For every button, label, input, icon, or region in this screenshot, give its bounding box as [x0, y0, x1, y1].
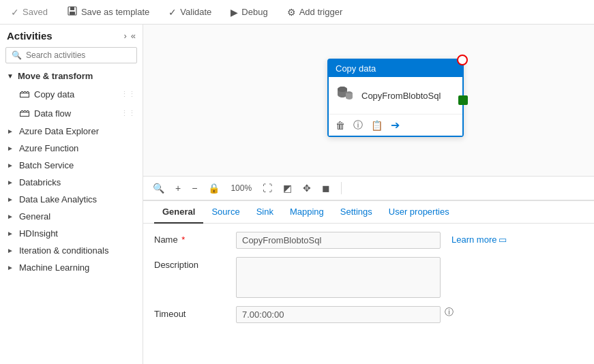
drag-handle-2: ⋮⋮ — [121, 109, 136, 118]
sidebar-item-data-lake-analytics[interactable]: ► Data Lake Analytics — [0, 191, 143, 208]
tab-sink[interactable]: Sink — [248, 201, 282, 224]
canvas-minus-tool[interactable]: − — [189, 181, 200, 196]
save-template-icon — [67, 5, 78, 18]
properties-content: Name * Learn more ▭ Description — [143, 224, 594, 364]
hdinsight-label: HDInsight — [19, 228, 58, 239]
description-field-input[interactable] — [236, 257, 441, 298]
pin-icon[interactable]: « — [131, 31, 136, 41]
name-field-label: Name * — [154, 232, 236, 245]
activity-node-actions: 🗑 ⓘ 📋 ➔ — [329, 114, 462, 136]
saved-status: ✓ Saved — [7, 4, 52, 20]
add-trigger-icon: ⚙ — [287, 7, 296, 18]
timeout-info-icon[interactable]: ⓘ — [445, 306, 454, 318]
add-trigger-button[interactable]: ⚙ Add trigger — [283, 4, 347, 20]
activity-node-name: CopyFromBlobtoSql — [361, 91, 441, 101]
sidebar: Activities › « 🔍 ▼ Move & transform 🗃 Co… — [0, 25, 143, 364]
svg-point-4 — [338, 87, 347, 92]
sidebar-item-azure-function[interactable]: ► Azure Function — [0, 140, 143, 157]
databricks-label: Databricks — [19, 177, 61, 187]
batch-service-arrow: ► — [7, 162, 14, 169]
data-flow-label: Data flow — [34, 108, 71, 119]
canvas-select-tool[interactable]: ◩ — [280, 181, 295, 196]
sidebar-title: Activities — [7, 30, 53, 42]
canvas-search-tool[interactable]: 🔍 — [150, 181, 167, 196]
name-field-row: Name * Learn more ▭ — [154, 232, 583, 249]
search-box: 🔍 — [5, 47, 137, 63]
sidebar-item-databricks[interactable]: ► Databricks — [0, 174, 143, 191]
node-success-indicator — [458, 95, 468, 105]
machine-learning-label: Machine Learning — [19, 262, 89, 273]
learn-more-icon: ▭ — [499, 234, 507, 245]
sidebar-item-machine-learning[interactable]: ► Machine Learning — [0, 259, 143, 276]
sidebar-header-controls: › « — [123, 31, 136, 41]
canvas-zoom-label: 100% — [228, 181, 254, 195]
top-toolbar: ✓ Saved Save as template ✓ Validate ▶ De… — [0, 0, 594, 25]
learn-more-link[interactable]: Learn more ▭ — [451, 232, 507, 245]
data-lake-arrow: ► — [7, 196, 14, 203]
activity-node-body: CopyFromBlobtoSql — [329, 77, 462, 114]
node-error-indicator — [457, 55, 468, 65]
delete-node-button[interactable]: 🗑 — [336, 120, 345, 131]
canvas-add-tool[interactable]: + — [173, 181, 183, 196]
azure-function-label: Azure Function — [19, 143, 78, 153]
general-label: General — [19, 211, 50, 222]
info-node-button[interactable]: ⓘ — [353, 119, 363, 132]
description-field-row: Description — [154, 257, 583, 298]
azure-explorer-arrow: ► — [7, 127, 14, 135]
tab-source[interactable]: Source — [203, 201, 248, 224]
tab-user-properties[interactable]: User properties — [381, 201, 458, 224]
tab-settings[interactable]: Settings — [332, 201, 381, 224]
move-transform-arrow: ▼ — [7, 72, 14, 80]
connect-node-button[interactable]: ➔ — [391, 119, 400, 132]
sidebar-item-copy-data[interactable]: 🗃 Copy data ⋮⋮ — [0, 85, 143, 104]
general-arrow: ► — [7, 213, 14, 220]
name-required-marker: * — [181, 234, 185, 245]
sidebar-item-hdinsight[interactable]: ► HDInsight — [0, 225, 143, 242]
svg-rect-1 — [70, 7, 74, 10]
properties-panel: General Source Sink Mapping Settings Use… — [143, 200, 594, 364]
copy-node-button[interactable]: 📋 — [371, 120, 383, 131]
sidebar-item-move-transform[interactable]: ▼ Move & transform — [0, 67, 143, 85]
sidebar-item-azure-data-explorer[interactable]: ► Azure Data Explorer — [0, 123, 143, 140]
debug-icon: ▶ — [231, 7, 238, 18]
canvas-layout-tool[interactable]: ◼ — [319, 181, 333, 196]
search-input[interactable] — [26, 50, 131, 60]
azure-function-arrow: ► — [7, 145, 14, 152]
canvas-arrange-tool[interactable]: ✥ — [300, 181, 314, 196]
debug-button[interactable]: ▶ Debug — [226, 4, 271, 20]
save-template-button[interactable]: Save as template — [63, 3, 153, 21]
azure-explorer-label: Azure Data Explorer — [19, 126, 99, 136]
copy-data-label: Copy data — [34, 89, 74, 100]
validate-icon: ✓ — [168, 7, 177, 18]
data-flow-icon: 🗃 — [19, 107, 30, 119]
saved-icon: ✓ — [11, 7, 19, 18]
canvas-area: Copy data CopyFromBlobtoSql 🗑 ⓘ 📋 ➔ 🔍 — [143, 25, 594, 364]
sidebar-content: ▼ Move & transform 🗃 Copy data ⋮⋮ 🗃 Data… — [0, 67, 143, 364]
validate-button[interactable]: ✓ Validate — [164, 4, 216, 20]
activity-node-copy-data[interactable]: Copy data CopyFromBlobtoSql 🗑 ⓘ 📋 ➔ — [327, 59, 464, 137]
canvas-toolbar-divider — [341, 182, 342, 194]
sidebar-item-batch-service[interactable]: ► Batch Service — [0, 157, 143, 174]
sidebar-item-iteration-conditionals[interactable]: ► Iteration & conditionals — [0, 242, 143, 259]
main-layout: Activities › « 🔍 ▼ Move & transform 🗃 Co… — [0, 25, 594, 364]
sidebar-item-data-flow[interactable]: 🗃 Data flow ⋮⋮ — [0, 104, 143, 123]
collapse-icon[interactable]: › — [123, 31, 126, 41]
activity-node-header: Copy data — [329, 60, 462, 77]
name-field-input[interactable] — [236, 232, 441, 249]
copy-data-icon: 🗃 — [19, 88, 30, 100]
tab-mapping[interactable]: Mapping — [282, 201, 332, 224]
timeout-field-input[interactable] — [236, 306, 441, 323]
copy-data-node-icon — [336, 84, 355, 107]
properties-tabs: General Source Sink Mapping Settings Use… — [143, 201, 594, 224]
drag-handle: ⋮⋮ — [121, 90, 136, 99]
canvas[interactable]: Copy data CopyFromBlobtoSql 🗑 ⓘ 📋 ➔ — [143, 25, 594, 176]
canvas-lock-tool[interactable]: 🔒 — [205, 181, 222, 196]
batch-service-label: Batch Service — [19, 160, 74, 170]
description-field-label: Description — [154, 257, 236, 270]
machine-learning-arrow: ► — [7, 264, 14, 271]
hdinsight-arrow: ► — [7, 230, 14, 237]
canvas-fit-tool[interactable]: ⛶ — [260, 181, 275, 196]
tab-general[interactable]: General — [154, 201, 203, 224]
timeout-field-row: Timeout ⓘ — [154, 306, 583, 323]
sidebar-item-general[interactable]: ► General — [0, 208, 143, 225]
